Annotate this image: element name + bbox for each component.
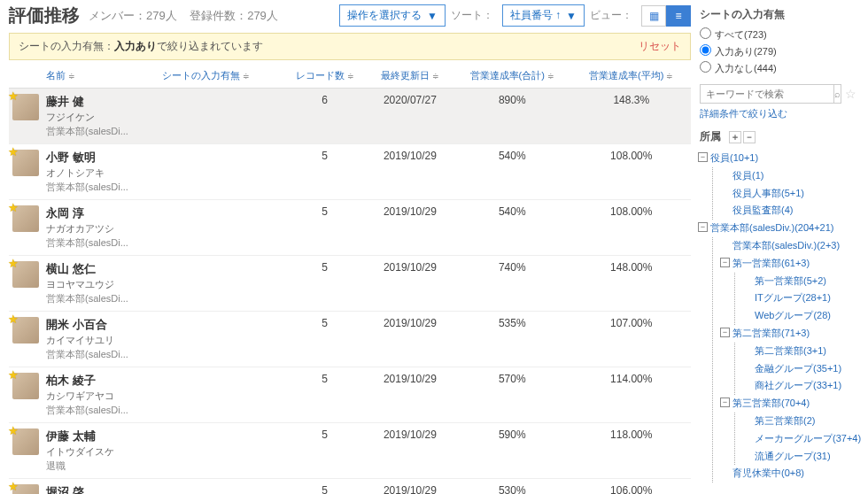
member-kana: オノトシアキ [46, 166, 155, 180]
member-dept: 営業本部(salesDi... [46, 181, 155, 194]
tree-link[interactable]: 第二営業部(71+3) [732, 328, 810, 338]
cell-avg: 148.00% [572, 256, 691, 312]
col-name[interactable]: 名前 ≑ [43, 64, 159, 89]
view-list-button[interactable]: ≡ [666, 5, 691, 27]
tree-link[interactable]: 第三営業部(2) [755, 415, 815, 426]
member-dept: 営業本部(salesDi... [46, 236, 155, 250]
tree-link[interactable]: 役員(1) [732, 170, 763, 181]
col-records[interactable]: レコード数 ≑ [282, 64, 367, 89]
tree-node: 第二営業部(3+1) [744, 343, 852, 360]
tree-link[interactable]: 第二営業部(3+1) [755, 345, 826, 356]
tree-collapse-all[interactable]: － [743, 131, 756, 143]
tree-node: −営業本部(salesDiv.)(204+21)営業本部(salesDiv.)(… [700, 220, 852, 482]
tree-link[interactable]: 第一営業部(5+2) [755, 275, 826, 286]
cell-records: 6 [282, 89, 367, 144]
sort-label: ソート： [451, 8, 493, 23]
avatar: ★ [12, 94, 39, 120]
member-name: 小野 敏明 [46, 150, 155, 166]
col-total[interactable]: 営業達成率(合計) ≑ [453, 64, 571, 89]
tree-link[interactable]: ITグループ(28+1) [755, 292, 831, 303]
tree-toggle[interactable]: − [720, 258, 730, 267]
member-name: 藤井 健 [46, 94, 155, 110]
sort-icon: ≑ [666, 72, 673, 81]
tree-link[interactable]: 営業本部(salesDiv.)(2+3) [732, 240, 840, 251]
tree-node: 育児休業中(0+8) [722, 465, 852, 482]
tree-link[interactable]: 第三営業部(70+4) [732, 398, 810, 408]
tree-link[interactable]: 役員監査部(4) [732, 205, 793, 215]
cell-total: 540% [453, 200, 571, 256]
cell-records: 5 [282, 256, 367, 312]
filter-reset[interactable]: リセット [639, 39, 681, 54]
search-input[interactable] [700, 84, 834, 104]
col-avg[interactable]: 営業達成率(平均) ≑ [572, 64, 691, 89]
search-icon: ⌕ [834, 89, 841, 99]
cell-total: 890% [453, 89, 571, 144]
table-row[interactable]: ★小野 敏明オノトシアキ営業本部(salesDi...52019/10/2954… [9, 144, 691, 200]
tree-link[interactable]: 流通グループ(31) [755, 451, 831, 461]
tree-node: 役員人事部(5+1) [722, 185, 852, 203]
tree-link[interactable]: メーカーグループ(37+4) [755, 433, 861, 444]
view-grid-button[interactable]: ▦ [641, 5, 666, 27]
tree-node: 営業本部(salesDiv.)(2+3) [722, 237, 852, 255]
sort-icon: ≑ [347, 72, 354, 81]
member-kana: カイマイサユリ [46, 334, 155, 347]
table-row[interactable]: ★柏木 綾子カシワギアヤコ営業本部(salesDi...52019/10/295… [9, 367, 691, 423]
tree-node: −第一営業部(61+3)第一営業部(5+2)ITグループ(28+1)Webグルー… [722, 255, 852, 325]
filter-radio[interactable]: 入力あり(279) [700, 44, 852, 58]
org-title: 所属 ＋ － [700, 129, 852, 144]
star-icon: ★ [8, 201, 19, 214]
cell-records: 5 [282, 423, 367, 479]
tree-link[interactable]: 営業本部(salesDiv.)(204+21) [710, 222, 833, 233]
tree-link[interactable]: Webグループ(28) [755, 310, 831, 320]
star-icon: ★ [8, 480, 19, 493]
table-row[interactable]: ★藤井 健フジイケン営業本部(salesDi...62020/07/27890%… [9, 89, 691, 144]
favorite-toggle[interactable]: ☆ [845, 87, 856, 101]
tree-node: 役員(1) [722, 167, 852, 185]
avatar: ★ [12, 205, 39, 232]
tree-toggle[interactable]: − [720, 398, 730, 407]
grid-icon: ▦ [649, 10, 659, 22]
tree-expand-all[interactable]: ＋ [729, 131, 741, 143]
tree-link[interactable]: 役員人事部(5+1) [732, 188, 804, 198]
filter-radio[interactable]: 入力なし(444) [700, 61, 852, 75]
members-table: 名前 ≑ シートの入力有無 ≑ レコード数 ≑ 最終更新日 ≑ 営業達成率(合計… [9, 64, 691, 494]
member-dept: 営業本部(salesDi... [46, 404, 155, 417]
table-row[interactable]: ★伊藤 太輔イトウダイスケ退職52019/10/29590%118.00% [9, 423, 691, 479]
avatar: ★ [12, 317, 39, 343]
member-name: 開米 小百合 [46, 317, 155, 333]
table-row[interactable]: ★堀沼 啓52019/10/29530%106.00% [9, 479, 691, 495]
member-count: メンバー：279人 登録件数：279人 [89, 8, 278, 24]
sort-select[interactable]: 社員番号 ↑▼ [502, 4, 585, 27]
tree-link[interactable]: 育児休業中(0+8) [732, 467, 804, 478]
tree-toggle[interactable]: − [720, 328, 730, 337]
cell-avg: 106.00% [572, 479, 691, 495]
tree-node: 商社グループ(33+1) [744, 377, 852, 395]
advanced-filter-link[interactable]: 詳細条件で絞り込む [700, 107, 852, 120]
cell-avg: 148.3% [572, 89, 691, 144]
cell-avg: 108.00% [572, 200, 691, 256]
tree-link[interactable]: 商社グループ(33+1) [755, 380, 841, 390]
page-title: 評価推移 [9, 4, 80, 27]
member-name: 横山 悠仁 [46, 261, 155, 277]
cell-total: 740% [453, 256, 571, 312]
filter-radio[interactable]: すべて(723) [700, 27, 852, 42]
avatar: ★ [12, 373, 39, 399]
avatar: ★ [12, 150, 39, 176]
tree-toggle[interactable]: − [698, 222, 708, 232]
tree-link[interactable]: 第一営業部(61+3) [732, 258, 810, 268]
star-icon: ★ [8, 313, 19, 326]
tree-node: メーカーグループ(37+4) [744, 430, 852, 448]
table-row[interactable]: ★開米 小百合カイマイサユリ営業本部(salesDi...52019/10/29… [9, 312, 691, 367]
col-updated[interactable]: 最終更新日 ≑ [368, 64, 453, 89]
tree-link[interactable]: 役員(10+1) [710, 152, 758, 163]
search-button[interactable]: ⌕ [834, 84, 841, 104]
tree-toggle[interactable]: − [698, 152, 708, 162]
tree-link[interactable]: 金融グループ(35+1) [755, 363, 841, 374]
col-sheet[interactable]: シートの入力有無 ≑ [159, 64, 282, 89]
table-row[interactable]: ★永岡 淳ナガオカアツシ営業本部(salesDi...52019/10/2954… [9, 200, 691, 256]
table-row[interactable]: ★横山 悠仁ヨコヤマユウジ営業本部(salesDi...52019/10/297… [9, 256, 691, 312]
operation-select[interactable]: 操作を選択する▼ [339, 4, 446, 27]
list-icon: ≡ [675, 10, 681, 22]
tree-node: 金融グループ(35+1) [744, 360, 852, 378]
member-kana: イトウダイスケ [46, 445, 155, 459]
